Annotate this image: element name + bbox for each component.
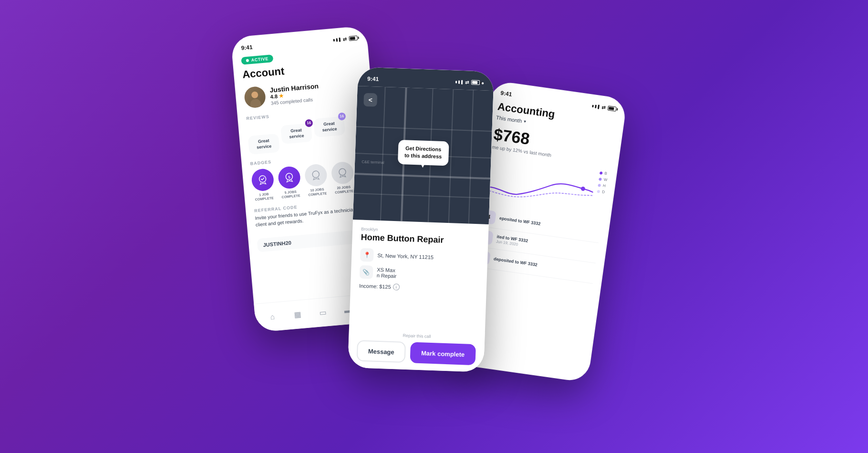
reviews-cards: Greatservice 16 Greatservice 16 Greatser…: [247, 114, 368, 155]
badge-5jobs: 5 5 JOBSCOMPLETE: [278, 166, 302, 200]
badge-circle-10: [304, 163, 328, 187]
time-left: 9:41: [241, 43, 253, 51]
job-address-row: 📍 St, New York, NY 11215: [360, 248, 479, 265]
address-icon: 📍: [360, 248, 374, 262]
user-info: Justin Harrison 4.8 ★ 345 completed call…: [269, 82, 320, 105]
mark-complete-button[interactable]: Mark complete: [410, 342, 476, 365]
nav-chat-icon[interactable]: ▭: [317, 306, 329, 318]
message-button[interactable]: Message: [357, 340, 406, 363]
job-address: St, New York, NY 11215: [377, 252, 434, 260]
review-card-1: Greatservice: [248, 133, 280, 155]
badge-1job: 1 JOBCOMPLETE: [251, 168, 276, 202]
chevron-down-icon: ▾: [524, 119, 527, 124]
nav-home-icon[interactable]: ⌂: [266, 310, 279, 323]
map-label-1: C&E terminal: [362, 159, 384, 165]
battery-after-middle: ●: [481, 80, 484, 85]
review-card-2: 16 Greatservice: [280, 123, 312, 144]
nav-calendar-icon[interactable]: ▦: [291, 308, 304, 321]
badge-label-1: 1 JOBCOMPLETE: [255, 192, 274, 201]
svg-point-0: [259, 175, 266, 182]
chart-svg: [485, 155, 597, 212]
job-device-row: 📎 XS Max n Repair: [360, 265, 479, 283]
review-badge-2: 16: [338, 112, 346, 120]
status-icons-left: ⇄: [333, 35, 358, 42]
review-badge-1: 16: [305, 119, 313, 127]
map-area: C&E terminal < Get Directionsto this add…: [353, 86, 494, 224]
active-badge: ACTIVE: [241, 54, 273, 65]
time-right: 9:41: [500, 89, 513, 97]
map-content: C&E terminal < Get Directionsto this add…: [348, 86, 493, 372]
legend-w: W: [599, 177, 608, 182]
chart-area: [485, 155, 597, 212]
action-buttons: Message Mark complete: [357, 340, 476, 365]
legend-h: H: [598, 183, 607, 188]
status-icons-middle: ⇄ ●: [455, 79, 484, 85]
legend-d: D: [597, 189, 606, 194]
svg-text:5: 5: [288, 175, 291, 179]
badge-label-20: 20 JOBSCOMPLETE: [334, 185, 353, 194]
badge-circle-20: [331, 161, 354, 185]
badge-20jobs: 20 JOBSCOMPLETE: [331, 161, 355, 195]
review-card-3: 16 Greatservice: [313, 116, 345, 137]
badge-circle-5: 5: [278, 166, 301, 190]
job-income-row: Income: $125 i: [359, 282, 478, 293]
badge-10jobs: 10 JOBSCOMPLETE: [304, 163, 329, 197]
time-middle: 9:41: [367, 75, 379, 82]
job-income: Income: $125 i: [359, 282, 400, 290]
phones-container: 9:41 ⇄ ACTIVE Account: [219, 12, 649, 442]
badge-label-5: 5 JOBSCOMPLETE: [281, 190, 300, 199]
legend: B W H D: [594, 170, 609, 219]
job-details: Brooklyn Home Button Repair 📍 St, New Yo…: [349, 220, 489, 332]
phone-map: 9:41 ⇄ ●: [348, 67, 494, 372]
device-icon: 📎: [360, 265, 373, 279]
user-profile: Justin Harrison 4.8 ★ 345 completed call…: [244, 77, 364, 108]
svg-point-3: [312, 170, 320, 178]
svg-point-5: [580, 186, 585, 191]
job-device: XS Max n Repair: [377, 266, 397, 278]
hint-text: Repair this call: [357, 331, 476, 340]
badge-label-10: 10 JOBSCOMPLETE: [308, 187, 327, 197]
transactions-list: ⬇ eposited to WF 3332 ⬇ ited to WF 3332 …: [475, 206, 601, 284]
back-button[interactable]: <: [363, 93, 377, 106]
svg-point-4: [339, 169, 346, 176]
reviews-section: REVIEWS Greatservice 16 Greatservice 16 …: [246, 105, 368, 155]
info-icon: i: [393, 284, 399, 290]
star-icon: ★: [279, 92, 284, 99]
status-icons-right: ⇄: [592, 103, 617, 112]
map-tooltip: Get Directionsto this address: [397, 139, 449, 165]
legend-b: B: [599, 170, 609, 176]
badge-circle-1: [251, 168, 275, 192]
avatar: [244, 85, 267, 108]
action-area: Repair this call Message Mark complete: [348, 327, 485, 372]
